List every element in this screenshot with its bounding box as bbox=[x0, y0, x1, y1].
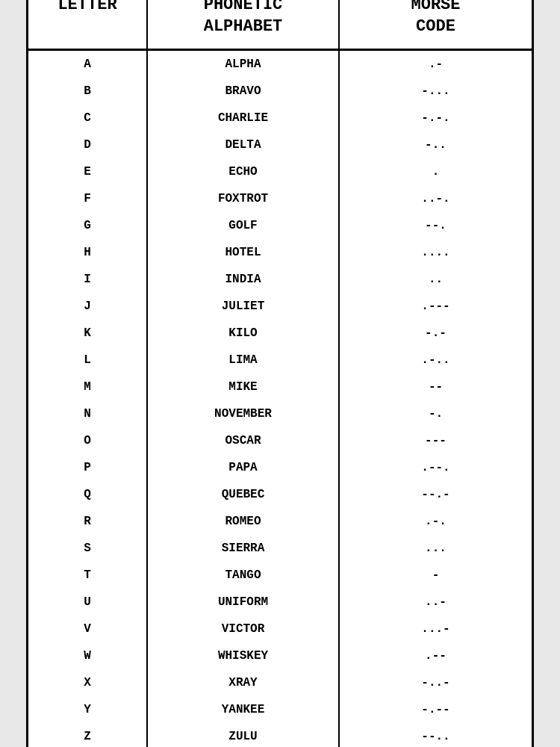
cell-phonetic: LIMA bbox=[148, 347, 340, 374]
cell-phonetic: HOTEL bbox=[148, 239, 340, 266]
cell-morse: .--. bbox=[340, 454, 532, 481]
cell-phonetic: PAPA bbox=[148, 454, 340, 481]
cell-phonetic: QUEBEC bbox=[148, 481, 340, 508]
cell-letter: F bbox=[28, 185, 148, 212]
cell-phonetic: TANGO bbox=[148, 562, 340, 589]
morse-code-table: LETTER PHONETICALPHABET MORSECODE AALPHA… bbox=[26, 0, 534, 747]
cell-morse: -- bbox=[340, 374, 532, 400]
cell-morse: -.-. bbox=[340, 105, 532, 131]
cell-morse: --. bbox=[340, 212, 532, 239]
cell-phonetic: ECHO bbox=[148, 158, 340, 185]
cell-letter: M bbox=[28, 374, 148, 400]
cell-morse: -.- bbox=[340, 320, 532, 347]
header-morse: MORSECODE bbox=[340, 0, 532, 49]
cell-morse: ... bbox=[340, 535, 532, 562]
cell-letter: Q bbox=[28, 481, 148, 508]
header-letter: LETTER bbox=[28, 0, 148, 49]
cell-letter: E bbox=[28, 158, 148, 185]
cell-morse: -. bbox=[340, 400, 532, 427]
cell-morse: . bbox=[340, 158, 532, 185]
header-phonetic: PHONETICALPHABET bbox=[148, 0, 340, 49]
cell-phonetic: INDIA bbox=[148, 266, 340, 293]
cell-morse: ..-. bbox=[340, 185, 532, 212]
cell-letter: N bbox=[28, 400, 148, 427]
cell-letter: W bbox=[28, 642, 148, 669]
cell-phonetic: BRAVO bbox=[148, 78, 340, 105]
cell-phonetic: ROMEO bbox=[148, 508, 340, 535]
cell-letter: D bbox=[28, 131, 148, 158]
cell-phonetic: WHISKEY bbox=[148, 642, 340, 669]
cell-letter: C bbox=[28, 105, 148, 131]
cell-phonetic: NOVEMBER bbox=[148, 400, 340, 427]
cell-morse: -.-- bbox=[340, 696, 532, 723]
cell-letter: T bbox=[28, 562, 148, 589]
cell-letter: Y bbox=[28, 696, 148, 723]
cell-phonetic: JULIET bbox=[148, 293, 340, 320]
cell-letter: J bbox=[28, 293, 148, 320]
cell-morse: -.. bbox=[340, 131, 532, 158]
cell-letter: L bbox=[28, 347, 148, 374]
cell-morse: ...- bbox=[340, 616, 532, 642]
cell-letter: V bbox=[28, 616, 148, 642]
cell-letter: I bbox=[28, 266, 148, 293]
cell-morse: ..- bbox=[340, 589, 532, 616]
cell-letter: P bbox=[28, 454, 148, 481]
cell-morse: --- bbox=[340, 427, 532, 454]
cell-phonetic: KILO bbox=[148, 320, 340, 347]
table-body: AALPHA.-BBRAVO-...CCHARLIE-.-.DDELTA-..E… bbox=[28, 51, 532, 747]
cell-phonetic: GOLF bbox=[148, 212, 340, 239]
cell-letter: G bbox=[28, 212, 148, 239]
cell-phonetic: FOXTROT bbox=[148, 185, 340, 212]
cell-letter: Z bbox=[28, 723, 148, 747]
cell-phonetic: ZULU bbox=[148, 723, 340, 747]
cell-morse: .. bbox=[340, 266, 532, 293]
cell-phonetic: UNIFORM bbox=[148, 589, 340, 616]
cell-phonetic: DELTA bbox=[148, 131, 340, 158]
cell-letter: A bbox=[28, 51, 148, 78]
cell-phonetic: CHARLIE bbox=[148, 105, 340, 131]
cell-morse: --.- bbox=[340, 481, 532, 508]
table-header: LETTER PHONETICALPHABET MORSECODE bbox=[28, 0, 532, 51]
cell-letter: R bbox=[28, 508, 148, 535]
cell-phonetic: ALPHA bbox=[148, 51, 340, 78]
cell-letter: U bbox=[28, 589, 148, 616]
cell-morse: -... bbox=[340, 78, 532, 105]
cell-letter: H bbox=[28, 239, 148, 266]
cell-letter: X bbox=[28, 669, 148, 696]
cell-phonetic: YANKEE bbox=[148, 696, 340, 723]
cell-letter: K bbox=[28, 320, 148, 347]
cell-morse: .-.. bbox=[340, 347, 532, 374]
cell-morse: .--- bbox=[340, 293, 532, 320]
cell-phonetic: VICTOR bbox=[148, 616, 340, 642]
cell-morse: - bbox=[340, 562, 532, 589]
cell-morse: .- bbox=[340, 51, 532, 78]
cell-phonetic: XRAY bbox=[148, 669, 340, 696]
cell-morse: .... bbox=[340, 239, 532, 266]
cell-morse: -..- bbox=[340, 669, 532, 696]
cell-phonetic: MIKE bbox=[148, 374, 340, 400]
cell-morse: .-- bbox=[340, 642, 532, 669]
cell-letter: S bbox=[28, 535, 148, 562]
cell-phonetic: OSCAR bbox=[148, 427, 340, 454]
cell-morse: --..WMSkiff bbox=[340, 723, 532, 747]
cell-morse: .-. bbox=[340, 508, 532, 535]
cell-letter: B bbox=[28, 78, 148, 105]
cell-letter: O bbox=[28, 427, 148, 454]
cell-phonetic: SIERRA bbox=[148, 535, 340, 562]
